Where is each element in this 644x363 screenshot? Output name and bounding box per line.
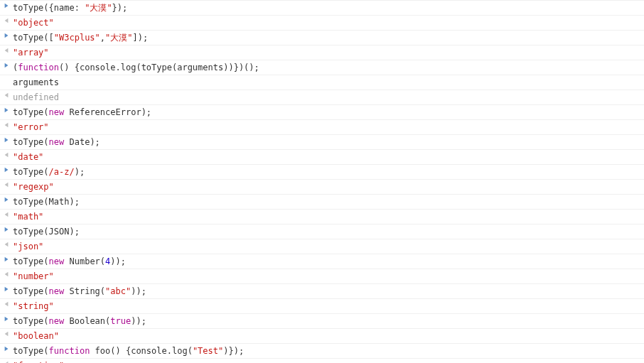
log-spacer [0,77,13,77]
console-line-content: "array" [13,47,644,58]
input-arrow-icon [0,32,13,38]
input-arrow-icon [0,107,13,113]
code-token: toType( [13,107,49,117]
code-token: toType( [13,137,49,147]
code-token: arguments [13,77,59,87]
code-token: )}); [223,346,244,356]
console-input-row[interactable]: toType(new Boolean(true)); [0,314,644,329]
output-arrow-icon [0,241,13,247]
input-arrow-icon [0,256,13,262]
console-line-content: toType({name: "大漠"}); [13,2,644,13]
input-arrow-icon [0,286,13,292]
console-output-row[interactable]: "function" [0,359,644,363]
console-input-row[interactable]: (function() {console.log(toType(argument… [0,60,644,75]
code-token: toType({name: [13,3,85,13]
console-output-row[interactable]: "array" [0,45,644,60]
code-token: toType( [13,167,49,177]
console-line-content: "error" [13,121,644,133]
console-output-row[interactable]: "error" [0,120,644,135]
console-line-content: toType(JSON); [13,226,644,237]
code-token: }); [112,3,128,13]
code-token: true [110,316,131,326]
console-log-row[interactable]: arguments [0,75,644,90]
output-arrow-icon [0,92,13,98]
output-arrow-icon [0,181,13,188]
code-token: /a-z/ [49,167,75,177]
code-token: )); [110,256,126,266]
code-token: toType( [13,286,49,296]
console-output-row[interactable]: "string" [0,299,644,314]
code-token: toType( [13,256,49,266]
output-arrow-icon [0,211,13,217]
code-token: "object" [13,18,54,28]
console-line-content: "date" [13,151,644,163]
console-input-row[interactable]: toType(["W3cplus","大漠"]); [0,31,644,45]
console-output-row[interactable]: "regexp" [0,180,644,195]
code-token: toType([ [13,33,54,43]
console-input-row[interactable]: toType(Math); [0,195,644,210]
code-token: ReferenceError); [64,107,151,117]
code-token: new [49,256,65,266]
code-token: new [49,286,65,296]
input-arrow-icon [0,226,13,232]
console-line-content: "function" [13,360,644,363]
console-input-row[interactable]: toType(new Number(4)); [0,254,644,269]
code-token: ); [75,167,85,177]
console-output-row[interactable]: "date" [0,150,644,165]
code-token: Date); [64,137,100,147]
code-token: "math" [13,212,43,222]
output-arrow-icon [0,300,13,307]
code-token: new [49,107,65,117]
code-token: "date" [13,152,43,162]
input-arrow-icon [0,62,13,68]
console-line-content: (function() {console.log(toType(argument… [13,62,644,73]
input-arrow-icon [0,2,13,9]
code-token: "Test" [193,346,223,356]
console-line-content: toType(new Number(4)); [13,256,644,267]
code-token: "string" [13,301,54,311]
console-input-row[interactable]: toType(new Date); [0,135,644,150]
output-arrow-icon [0,121,13,128]
output-arrow-icon [0,271,13,277]
output-arrow-icon [0,47,13,53]
output-arrow-icon [0,330,13,337]
console-line-content: toType(new Date); [13,136,644,148]
code-token: ]); [133,33,149,43]
console-input-row[interactable]: toType({name: "大漠"}); [0,0,644,16]
console-line-content: arguments [13,77,644,88]
console-line-content: toType(function foo() {console.log("Test… [13,345,644,357]
console-output-row[interactable]: "json" [0,239,644,254]
code-token: toType( [13,346,49,356]
console-input-row[interactable]: toType(JSON); [0,224,644,239]
console-line-content: "math" [13,211,644,222]
input-arrow-icon [0,345,13,352]
input-arrow-icon [0,136,13,143]
code-token: )); [131,286,146,296]
code-token: new [49,316,65,326]
console-output-row[interactable]: undefined [0,90,644,105]
console-input-row[interactable]: toType(new ReferenceError); [0,105,644,120]
code-token: "大漠" [85,3,112,13]
console-output-row[interactable]: "number" [0,269,644,284]
input-arrow-icon [0,196,13,202]
console-line-content: toType(Math); [13,196,644,207]
console-output-row[interactable]: "math" [0,210,644,224]
console-input-row[interactable]: toType(/a-z/); [0,165,644,180]
console-line-content: toType(/a-z/); [13,166,644,178]
console-input-row[interactable]: toType(new String("abc")); [0,284,644,299]
code-token: Boolean( [64,316,110,326]
code-token: toType(JSON); [13,227,80,237]
code-token: "boolean" [13,331,59,341]
code-token: new [49,137,65,147]
console-output-row[interactable]: "boolean" [0,329,644,344]
output-arrow-icon [0,151,13,158]
console-line-content: "string" [13,300,644,312]
console-input-row[interactable]: toType(function foo() {console.log("Test… [0,344,644,359]
code-token: "W3cplus" [54,33,100,43]
code-token: function [18,63,59,72]
output-arrow-icon [0,17,13,23]
code-token: "array" [13,48,49,58]
console-output-row[interactable]: "object" [0,16,644,31]
output-arrow-icon [0,360,13,363]
code-token: "regexp" [13,182,54,192]
